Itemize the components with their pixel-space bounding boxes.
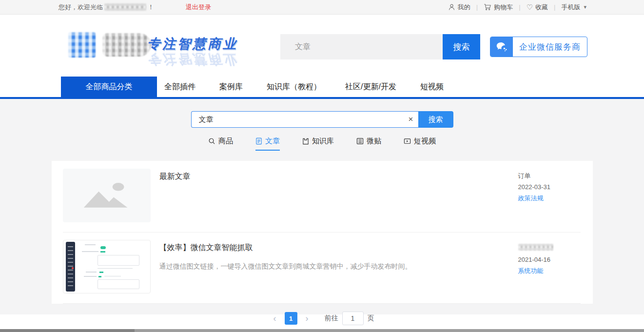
item-meta: 2021-04-16 系统功能 [518,240,581,293]
item-title[interactable]: 【效率】微信文章智能抓取 [159,243,508,253]
scrollbar-thumb[interactable] [0,329,135,332]
tab-goods[interactable]: 商品 [208,136,233,151]
next-page-icon[interactable]: › [302,313,312,324]
search-icon [208,137,215,145]
topbar: 您好，欢迎光临 ！ 退出登录 我的 | 购物 [0,0,644,15]
nav-item-plugins[interactable]: 全部插件 [164,82,195,92]
thumb-admin-sidebar [66,242,75,292]
greeting-prefix: 您好，欢迎光临 [59,3,103,12]
page-number-button[interactable]: 1 [285,312,297,325]
content-search-field: × [191,111,418,128]
item-meta: 订单 2022-03-31 政策法规 [518,169,581,222]
page-unit-label: 页 [368,314,374,323]
results-card: 最新文章 订单 2022-03-31 政策法规 [52,161,593,304]
thumb-admin-content [80,243,146,290]
main-content: × 搜索 商品 文章 [0,97,644,314]
goto-page: 前往 页 [325,312,374,325]
content-search-input[interactable] [192,112,418,127]
tab-weitie[interactable]: 微贴 [356,136,381,151]
result-item[interactable]: 【效率】微信文章智能抓取 通过微信图文链接，一键导入微信图文文章到商城文章营销中… [63,233,581,304]
topbar-links: 我的 | 购物车 | ♡ 收藏 | 手机版 ▾ [448,3,586,12]
slogan: 专注智慧商业 专注智慧商业 [146,35,239,68]
result-item[interactable]: 最新文章 订单 2022-03-31 政策法规 [63,169,581,233]
item-meta-top: 订单 [518,173,581,179]
item-title[interactable]: 最新文章 [159,172,508,182]
wecom-chat-icon [490,37,513,57]
tab-short-video[interactable]: 短视频 [404,136,436,151]
cart-label: 购物车 [494,3,513,12]
nav-item-short-video[interactable]: 短视频 [420,82,444,92]
tab-weitie-label: 微贴 [367,137,381,146]
tab-knowledge-label: 知识库 [312,137,334,146]
greeting: 您好，欢迎光临 ！ 退出登录 [59,3,211,12]
logout-link[interactable]: 退出登录 [186,3,211,12]
nav-item-cases[interactable]: 案例库 [219,82,243,92]
nav-all-categories[interactable]: 全部商品分类 [61,77,157,97]
item-description: 通过微信图文链接，一键导入微信图文文章到商城文章营销中，减少手动发布时间。 [159,261,508,272]
tab-short-video-label: 短视频 [414,137,436,146]
item-category-link[interactable]: 系统功能 [518,268,581,274]
tab-goods-label: 商品 [218,137,233,146]
username-blurred [104,3,146,11]
nav-underline [0,97,644,99]
favorites-link[interactable]: ♡ 收藏 [527,3,548,12]
horizontal-scrollbar[interactable] [0,329,644,332]
tab-articles-label: 文章 [265,137,280,146]
separator: | [554,3,555,11]
clear-icon[interactable]: × [409,112,413,127]
pagination: ‹ 1 › 前往 页 [0,312,644,325]
header-search-button[interactable]: 搜索 [443,34,480,59]
item-author-blurred [518,244,553,251]
my-account-link[interactable]: 我的 [448,3,470,12]
wecom-badge-label: 企业微信服务商 [513,37,587,57]
mobile-version-label: 手机版 [561,3,580,12]
separator: | [476,3,478,11]
image-placeholder-icon [78,180,136,211]
header-search: 搜索 [280,34,480,59]
cart-icon [484,3,491,11]
goto-page-input[interactable] [342,312,364,325]
item-category-link[interactable]: 政策法规 [518,195,581,201]
item-body: 最新文章 [151,169,518,222]
separator: | [519,3,520,11]
list-icon [356,137,364,145]
main-nav: 全部商品分类 全部插件 案例库 知识库（教程） 社区/更新/开发 短视频 [0,77,644,97]
caret-down-icon: ▾ [584,4,586,10]
nav-items: 全部插件 案例库 知识库（教程） 社区/更新/开发 短视频 [164,77,444,97]
item-body: 【效率】微信文章智能抓取 通过微信图文链接，一键导入微信图文文章到商城文章营销中… [151,240,518,293]
slogan-text: 专注智慧商业 [146,35,239,53]
goto-label: 前往 [325,314,338,323]
my-account-label: 我的 [458,3,470,12]
logo-mark-blurred [68,32,96,58]
nav-item-community[interactable]: 社区/更新/开发 [345,82,396,92]
page: 您好，欢迎光临 ！ 退出登录 我的 | 购物 [0,0,644,332]
content-search-row: × 搜索 [0,111,644,128]
slogan-reflection: 专注智慧商业 [146,51,239,68]
favorites-label: 收藏 [535,3,548,12]
header-search-input[interactable] [280,34,443,59]
bookmark-icon [302,137,309,145]
tab-knowledge[interactable]: 知识库 [302,136,334,151]
wecom-service-badge[interactable]: 企业微信服务商 [490,37,587,57]
heart-icon: ♡ [527,3,533,12]
logo-text-blurred [102,33,151,57]
item-thumbnail-placeholder[interactable] [63,169,151,222]
video-icon [404,137,411,145]
mobile-version-dropdown[interactable]: 手机版 ▾ [561,3,586,12]
content-search-button[interactable]: 搜索 [418,111,453,128]
result-type-tabs: 商品 文章 知识库 [0,136,644,151]
site-logo[interactable] [68,32,151,58]
tab-articles[interactable]: 文章 [255,136,280,151]
nav-item-knowledge[interactable]: 知识库（教程） [267,82,321,92]
item-date: 2022-03-31 [518,184,581,190]
cart-link[interactable]: 购物车 [484,3,513,12]
greeting-suffix: ！ [148,3,154,12]
article-icon [255,137,262,145]
content-search: × 搜索 [191,111,453,128]
item-thumbnail-screenshot[interactable] [63,240,151,293]
item-date: 2021-04-16 [518,256,581,263]
prev-page-icon[interactable]: ‹ [270,313,280,324]
user-icon [448,3,455,11]
header: 专注智慧商业 专注智慧商业 搜索 企业微信服务商 [0,15,644,77]
